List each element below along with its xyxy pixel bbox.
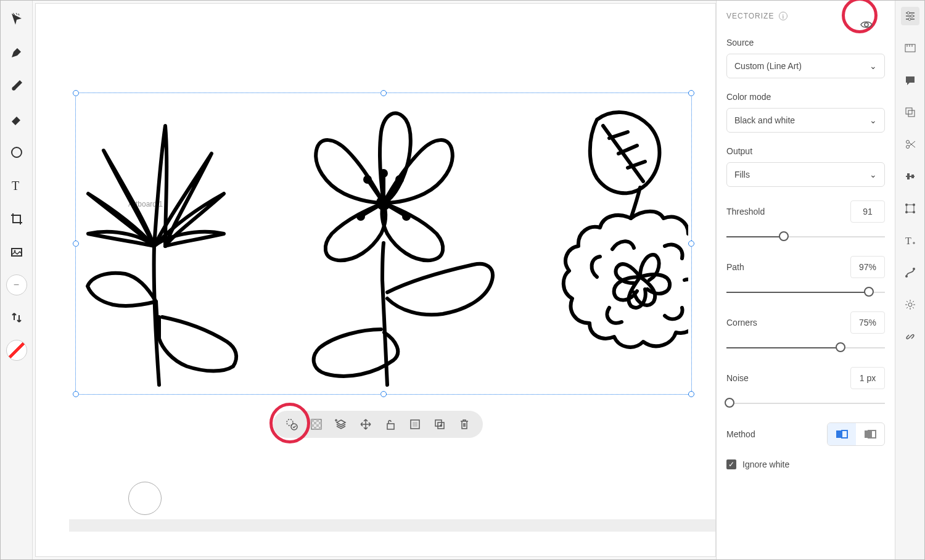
- svg-point-7: [381, 171, 386, 176]
- threshold-value[interactable]: 91: [850, 200, 885, 223]
- path-value[interactable]: 97%: [850, 256, 885, 278]
- svg-rect-36: [908, 110, 915, 117]
- svg-point-32: [911, 15, 913, 17]
- selection-handle[interactable]: [73, 241, 79, 247]
- chevron-down-icon: ⌄: [870, 115, 877, 125]
- contextual-action-bar: [273, 411, 483, 438]
- svg-point-45: [913, 211, 915, 213]
- type-panel-icon[interactable]: T: [901, 231, 919, 250]
- brush-tool-icon[interactable]: [6, 75, 28, 97]
- preview-eye-icon[interactable]: [859, 17, 874, 32]
- horizontal-scrollbar[interactable]: [69, 519, 715, 532]
- svg-point-49: [908, 303, 912, 307]
- svg-rect-17: [311, 424, 314, 427]
- color-mode-label: Color mode: [726, 92, 885, 102]
- text-tool-icon[interactable]: T: [6, 175, 28, 197]
- selection-handle[interactable]: [688, 241, 694, 247]
- duplicate-icon[interactable]: [431, 416, 448, 433]
- vectorize-apply-icon[interactable]: [283, 416, 300, 433]
- path-panel-icon[interactable]: [901, 263, 919, 282]
- canvas[interactable]: Artboard 1: [35, 3, 716, 557]
- method-toggle: [827, 422, 885, 446]
- floating-circle: [128, 482, 162, 515]
- corners-label: Corners: [726, 318, 757, 327]
- svg-point-33: [908, 18, 911, 20]
- svg-point-0: [12, 147, 22, 157]
- svg-point-6: [397, 177, 402, 182]
- method-abutting-icon[interactable]: [828, 423, 856, 445]
- eraser-tool-icon[interactable]: [6, 108, 28, 130]
- svg-rect-18: [316, 424, 319, 427]
- scissors-icon[interactable]: [901, 135, 919, 154]
- svg-rect-34: [905, 44, 915, 52]
- transparency-icon[interactable]: [308, 416, 325, 433]
- mask-icon[interactable]: [406, 416, 424, 433]
- svg-point-42: [905, 204, 908, 206]
- svg-point-8: [358, 214, 363, 219]
- panel-title: VECTORIZE: [726, 12, 774, 20]
- selection-handle[interactable]: [380, 391, 387, 397]
- info-icon[interactable]: i: [779, 12, 787, 20]
- selection-handle[interactable]: [688, 391, 694, 397]
- align-icon[interactable]: [901, 167, 919, 186]
- output-dropdown[interactable]: Fills ⌄: [726, 162, 885, 187]
- swap-arrows-icon[interactable]: [6, 307, 28, 329]
- selection-handle[interactable]: [688, 90, 694, 96]
- svg-point-38: [906, 146, 909, 149]
- corners-slider[interactable]: [726, 341, 885, 353]
- right-rail: T: [895, 1, 924, 559]
- svg-rect-27: [836, 430, 842, 438]
- delete-icon[interactable]: [456, 416, 473, 433]
- chevron-down-icon: ⌄: [870, 170, 877, 179]
- svg-point-37: [906, 141, 909, 144]
- svg-rect-40: [911, 175, 914, 178]
- precision-panel-icon[interactable]: [901, 39, 919, 57]
- properties-adjust-icon[interactable]: [901, 7, 919, 25]
- svg-rect-23: [413, 422, 417, 427]
- svg-rect-13: [311, 419, 314, 422]
- path-slider[interactable]: [726, 286, 885, 298]
- shape-tool-icon[interactable]: [6, 141, 28, 163]
- transform-icon[interactable]: [901, 199, 919, 218]
- image-tool-icon[interactable]: [6, 241, 28, 263]
- svg-text:T: T: [905, 236, 911, 246]
- method-label: Method: [726, 429, 755, 439]
- svg-point-43: [913, 204, 915, 206]
- svg-rect-19: [314, 427, 316, 429]
- comments-icon[interactable]: [901, 71, 919, 89]
- svg-point-48: [913, 268, 915, 270]
- corners-value[interactable]: 75%: [850, 311, 885, 334]
- selection-tool-icon[interactable]: [6, 8, 28, 30]
- noise-label: Noise: [726, 373, 749, 383]
- color-mode-dropdown[interactable]: Black and white ⌄: [726, 108, 885, 133]
- link-icon[interactable]: [901, 327, 919, 346]
- selection-handle[interactable]: [73, 90, 79, 96]
- ignore-white-checkbox[interactable]: ✓ Ignore white: [726, 459, 885, 469]
- svg-point-3: [14, 250, 15, 252]
- left-toolbar: T −: [1, 1, 33, 559]
- selection-handle[interactable]: [73, 391, 79, 397]
- method-overlapping-icon[interactable]: [856, 423, 884, 445]
- arrange-layers-icon[interactable]: [332, 416, 350, 433]
- source-dropdown[interactable]: Custom (Line Art) ⌄: [726, 54, 885, 78]
- crop-tool-icon[interactable]: [6, 208, 28, 230]
- threshold-slider[interactable]: [726, 230, 885, 242]
- gear-icon[interactable]: [901, 295, 919, 314]
- source-label: Source: [726, 38, 885, 47]
- svg-rect-21: [387, 424, 394, 429]
- svg-rect-28: [842, 430, 847, 438]
- combine-shapes-icon[interactable]: [901, 103, 919, 121]
- fill-swatch-icon[interactable]: −: [6, 274, 27, 295]
- pen-tool-icon[interactable]: [6, 41, 28, 64]
- checkbox-checked-icon: ✓: [726, 459, 736, 469]
- noise-slider[interactable]: [726, 397, 885, 409]
- output-label: Output: [726, 146, 885, 156]
- unlock-icon[interactable]: [382, 416, 399, 433]
- svg-point-9: [404, 214, 409, 219]
- stroke-swatch-icon[interactable]: [6, 340, 27, 361]
- svg-rect-20: [319, 427, 321, 429]
- svg-rect-41: [906, 205, 914, 212]
- svg-point-31: [907, 12, 910, 14]
- move-icon[interactable]: [357, 416, 374, 433]
- noise-value[interactable]: 1 px: [850, 367, 885, 389]
